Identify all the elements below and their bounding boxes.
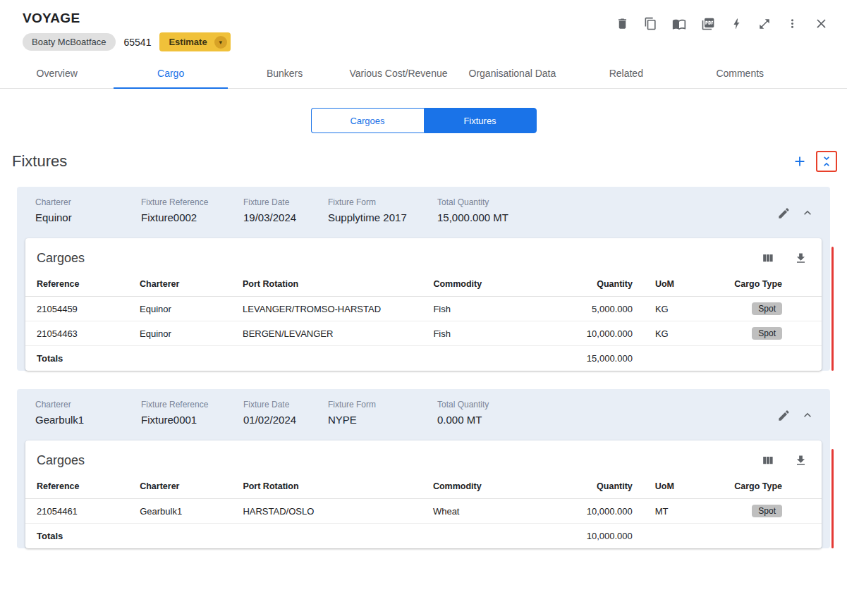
pencil-icon: [777, 409, 791, 422]
cargoes-title: Cargoes: [37, 251, 85, 266]
col-header-commodity: Commodity: [422, 272, 556, 297]
download-button[interactable]: [793, 250, 809, 266]
cell-uom: MT: [644, 499, 723, 524]
cargo-tab-content: Cargoes Fixtures Fixtures Charterer Equi…: [0, 108, 847, 548]
pencil-icon: [777, 207, 791, 220]
column-settings-button[interactable]: [760, 250, 776, 266]
export-pdf-button[interactable]: [700, 16, 717, 32]
tab-related[interactable]: Related: [569, 60, 683, 89]
book-icon: [672, 17, 686, 31]
copy-button[interactable]: [642, 16, 659, 32]
cargoes-title: Cargoes: [37, 453, 85, 468]
col-header-quantity: Quantity: [556, 474, 644, 499]
tab-organisational-data[interactable]: Organisational Data: [456, 60, 569, 89]
cargoes-panel: Cargoes Reference Charterer Port Rotatio…: [25, 441, 822, 548]
col-header-reference: Reference: [25, 474, 128, 499]
estimate-label: Estimate: [169, 37, 207, 47]
total-quantity-value: 15,000.000 MT: [437, 211, 508, 223]
collapse-fixture-button[interactable]: [799, 204, 816, 221]
download-button[interactable]: [793, 452, 809, 469]
plus-icon: [792, 154, 808, 169]
fixture-reference-label: Fixture Reference: [141, 197, 243, 207]
changed-indicator-bar: [831, 247, 834, 371]
table-row[interactable]: 21054459 Equinor LEVANGER/TROMSO-HARSTAD…: [25, 297, 822, 321]
fixture-reference-value: Fixture0001: [141, 414, 243, 426]
download-icon: [794, 454, 808, 467]
chevron-up-icon: [800, 408, 815, 422]
tab-various-cost-revenue[interactable]: Various Cost/Revenue: [341, 60, 455, 89]
col-header-cargo-type: Cargo Type: [723, 272, 822, 297]
total-quantity-label: Total Quantity: [437, 400, 489, 409]
totals-label: Totals: [25, 524, 128, 549]
quick-actions-button[interactable]: [729, 16, 745, 32]
table-row[interactable]: 21054461 Gearbulk1 HARSTAD/OSLO Wheat 10…: [25, 499, 822, 524]
cargoes-table: Reference Charterer Port Rotation Commod…: [25, 474, 822, 548]
columns-icon: [761, 454, 774, 467]
cell-charterer: Gearbulk1: [128, 499, 231, 524]
toggle-cargoes-button[interactable]: Cargoes: [311, 108, 424, 133]
tab-bunkers[interactable]: Bunkers: [228, 60, 341, 89]
cell-commodity: Fish: [422, 297, 556, 321]
charterer-value: Equinor: [35, 211, 141, 223]
more-options-button[interactable]: [784, 16, 800, 32]
cell-quantity: 10,000.000: [556, 499, 644, 524]
chevron-down-icon: ▾: [214, 36, 227, 49]
voyage-header: VOYAGE Boaty McBoatface 65541 Estimate ▾: [0, 0, 847, 89]
fixture-form-value: Supplytime 2017: [328, 211, 437, 223]
fixture-reference-label: Fixture Reference: [141, 400, 243, 409]
cell-charterer: Equinor: [128, 297, 231, 321]
charterer-label: Charterer: [35, 400, 141, 409]
fixture-date-value: 19/03/2024: [243, 211, 328, 223]
col-header-uom: UoM: [644, 474, 723, 499]
expand-icon: [758, 18, 771, 30]
col-header-port-rotation: Port Rotation: [231, 272, 422, 297]
edit-fixture-button[interactable]: [776, 205, 792, 221]
tab-comments[interactable]: Comments: [683, 60, 797, 89]
cargo-type-badge: Spot: [752, 302, 782, 315]
kebab-menu-icon: [786, 17, 799, 30]
pdf-icon: [701, 17, 715, 31]
columns-icon: [761, 252, 774, 265]
charterer-label: Charterer: [35, 197, 141, 207]
delete-button[interactable]: [614, 16, 630, 32]
collapse-fixture-button[interactable]: [799, 407, 816, 424]
close-button[interactable]: [812, 15, 830, 32]
chevron-up-icon: [800, 206, 815, 220]
close-icon: [814, 16, 829, 31]
cell-reference: 21054461: [25, 499, 128, 524]
trash-icon: [616, 17, 629, 30]
col-header-uom: UoM: [644, 272, 723, 297]
cell-reference: 21054463: [25, 321, 128, 346]
logbook-button[interactable]: [671, 16, 688, 32]
table-row[interactable]: 21054463 Equinor BERGEN/LEVANGER Fish 10…: [25, 321, 822, 346]
cell-cargo-type: Spot: [723, 499, 822, 524]
cell-port-rotation: LEVANGER/TROMSO-HARSTAD: [231, 297, 422, 321]
totals-label: Totals: [25, 346, 128, 371]
totals-row: Totals 10,000.000: [25, 524, 822, 549]
add-fixture-button[interactable]: [791, 152, 809, 171]
fixture-date-value: 01/02/2024: [243, 414, 328, 426]
fixture-form-value: NYPE: [328, 414, 437, 426]
collapse-all-button[interactable]: [816, 151, 837, 172]
col-header-reference: Reference: [25, 272, 128, 297]
cell-uom: KG: [644, 297, 723, 321]
totals-quantity: 10,000.000: [556, 524, 644, 549]
total-quantity-label: Total Quantity: [437, 197, 508, 207]
fixtures-section-title: Fixtures: [12, 152, 67, 171]
col-header-cargo-type: Cargo Type: [723, 474, 822, 499]
fixture-form-label: Fixture Form: [328, 197, 437, 207]
lightning-bolt-icon: [730, 17, 743, 30]
vessel-chip: Boaty McBoatface: [23, 33, 116, 51]
totals-row: Totals 15,000.000: [25, 346, 822, 371]
tab-cargo[interactable]: Cargo: [114, 60, 227, 89]
estimate-button[interactable]: Estimate ▾: [159, 32, 230, 51]
fixture-form-label: Fixture Form: [328, 400, 437, 409]
tab-overview[interactable]: Overview: [0, 60, 114, 89]
edit-fixture-button[interactable]: [776, 407, 792, 424]
column-settings-button[interactable]: [760, 452, 776, 469]
cargo-type-badge: Spot: [752, 327, 782, 340]
toggle-fixtures-button[interactable]: Fixtures: [424, 108, 537, 133]
expand-window-button[interactable]: [757, 16, 772, 32]
fixture-reference-value: Fixture0002: [141, 211, 243, 223]
col-header-charterer: Charterer: [128, 474, 231, 499]
